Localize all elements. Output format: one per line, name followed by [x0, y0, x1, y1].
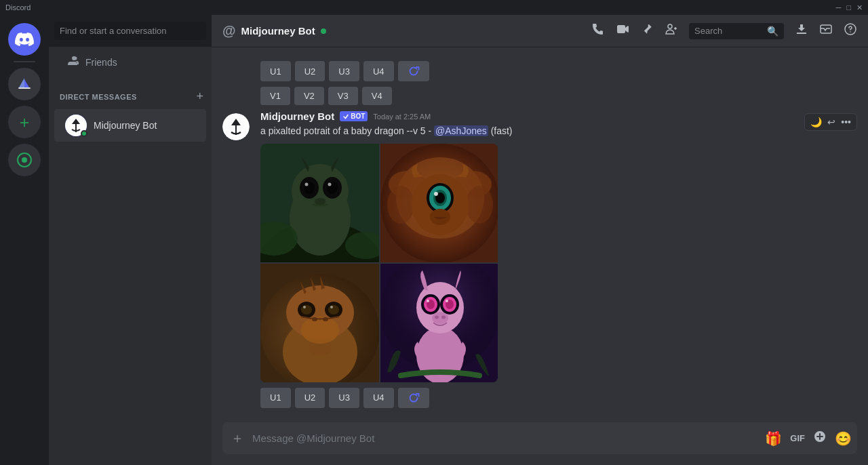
search-icon: 🔍: [767, 26, 778, 37]
channel-header: @ Midjourney Bot: [212, 15, 868, 47]
app-title: Discord: [5, 3, 31, 12]
sticker-icon[interactable]: [813, 430, 827, 447]
dragon-image-4[interactable]: [380, 264, 498, 382]
gif-icon[interactable]: GIF: [790, 433, 805, 443]
u1-button-bottom[interactable]: U1: [260, 388, 291, 408]
u2-button-top[interactable]: U2: [295, 61, 326, 81]
svg-rect-1: [18, 87, 31, 89]
svg-point-31: [466, 186, 493, 224]
svg-point-9: [850, 31, 851, 33]
more-actions-icon[interactable]: •••: [840, 115, 852, 129]
emoji-icon[interactable]: 😊: [835, 430, 852, 447]
message-text: a pixalted potrait of a baby dragon --v …: [260, 125, 434, 136]
app-body: ＋ Friends DIRECT MESSAGES +: [0, 15, 868, 465]
dm-add-button[interactable]: +: [193, 88, 206, 105]
download-icon[interactable]: [795, 22, 808, 39]
header-actions: 🔍: [591, 22, 857, 39]
message-input[interactable]: [252, 424, 760, 452]
refresh-button-top[interactable]: [398, 61, 429, 81]
explore-button[interactable]: [8, 144, 41, 176]
bot-badge: BOT: [340, 111, 368, 121]
dm-user-midjourney[interactable]: Midjourney Bot: [54, 109, 206, 142]
svg-point-67: [435, 315, 439, 319]
video-icon[interactable]: [616, 22, 629, 39]
message-input-container: ＋ 🎁 GIF 😊: [222, 422, 857, 454]
maximize-button[interactable]: □: [846, 3, 851, 12]
gift-icon[interactable]: 🎁: [765, 430, 782, 447]
window-controls[interactable]: ─ □ ✕: [836, 3, 863, 12]
inbox-icon[interactable]: [819, 22, 833, 39]
online-indicator: [81, 130, 87, 137]
bot-badge-label: BOT: [351, 113, 365, 120]
dragon-image-1[interactable]: [260, 144, 379, 262]
friends-label: Friends: [85, 57, 117, 68]
svg-point-49: [330, 306, 333, 308]
u4-button-bottom[interactable]: U4: [363, 388, 394, 408]
v3-button[interactable]: V3: [328, 87, 358, 105]
server-icon-sailing[interactable]: [8, 68, 41, 100]
u2-button-bottom[interactable]: U2: [295, 388, 326, 408]
dm-sidebar: Friends DIRECT MESSAGES + Midjourney Bot: [49, 15, 212, 465]
dm-user-name: Midjourney Bot: [94, 120, 157, 131]
channel-search-box[interactable]: 🔍: [689, 23, 784, 39]
v2-button[interactable]: V2: [294, 87, 324, 105]
action-buttons-row-v: V1 V2 V3 V4: [212, 84, 868, 108]
reply-icon[interactable]: ↩: [826, 115, 837, 129]
svg-point-45: [301, 305, 312, 315]
dragon-image-3[interactable]: [260, 264, 379, 382]
dm-section-header: DIRECT MESSAGES +: [49, 77, 212, 108]
image-grid: [260, 144, 498, 382]
message-input-area: ＋ 🎁 GIF 😊: [212, 422, 868, 465]
dragon-image-2[interactable]: [380, 144, 498, 262]
pin-icon[interactable]: [640, 22, 654, 39]
input-actions: 🎁 GIF 😊: [765, 430, 852, 447]
discord-home-button[interactable]: [8, 23, 41, 56]
help-icon[interactable]: [844, 22, 857, 39]
midjourney-bot-avatar: [65, 115, 87, 136]
channel-search-input[interactable]: [694, 26, 763, 36]
server-divider: [14, 61, 35, 62]
svg-point-48: [328, 305, 339, 315]
svg-point-22: [315, 198, 326, 205]
svg-point-65: [446, 300, 448, 302]
server-sidebar: ＋: [0, 15, 49, 465]
add-member-icon[interactable]: [665, 22, 678, 39]
message-mention: @AshJones: [434, 125, 488, 136]
refresh-button-bottom[interactable]: [398, 388, 429, 408]
add-server-button[interactable]: ＋: [8, 106, 41, 138]
u3-button-bottom[interactable]: U3: [329, 388, 359, 408]
close-button[interactable]: ✕: [856, 3, 863, 12]
svg-point-68: [441, 315, 446, 319]
action-buttons-row-u-top: U1 U2 U3 U4: [212, 58, 868, 84]
v1-button[interactable]: V1: [260, 87, 290, 105]
message-header: Midjourney Bot BOT Today at 2:25 AM: [260, 110, 857, 122]
dm-search-input[interactable]: [54, 22, 206, 40]
message-suffix: (fast): [488, 125, 513, 136]
call-icon[interactable]: [591, 22, 605, 39]
u3-button-top[interactable]: U3: [329, 61, 359, 81]
v4-button[interactable]: V4: [362, 87, 392, 105]
friends-nav-item[interactable]: Friends: [54, 49, 206, 75]
svg-point-21: [328, 182, 332, 186]
message-avatar: [222, 113, 250, 140]
main-content: @ Midjourney Bot: [212, 15, 868, 465]
action-buttons-row-u-bottom: U1 U2 U3 U4: [260, 388, 857, 408]
message-hover-actions: 🌙 ↩ •••: [804, 113, 857, 131]
dm-section-label: DIRECT MESSAGES: [60, 93, 137, 101]
svg-point-46: [303, 306, 306, 308]
svg-point-37: [434, 192, 438, 196]
svg-point-61: [427, 300, 429, 302]
moon-reaction-icon[interactable]: 🌙: [809, 115, 823, 129]
message-content: a pixalted potrait of a baby dragon --v …: [260, 125, 857, 138]
svg-point-18: [305, 182, 309, 186]
u4-button-top[interactable]: U4: [363, 61, 394, 81]
messages-area[interactable]: U1 U2 U3 U4 V1 V2 V3 V4: [212, 47, 868, 422]
attach-file-icon[interactable]: ＋: [228, 422, 247, 454]
channel-name: Midjourney Bot: [241, 25, 315, 37]
u1-button-top[interactable]: U1: [260, 61, 291, 81]
message-timestamp: Today at 2:25 AM: [373, 113, 431, 121]
minimize-button[interactable]: ─: [836, 3, 842, 12]
svg-point-30: [387, 186, 414, 224]
message-wrapper: Midjourney Bot BOT Today at 2:25 AM a pi…: [212, 108, 868, 416]
svg-point-66: [432, 312, 448, 324]
